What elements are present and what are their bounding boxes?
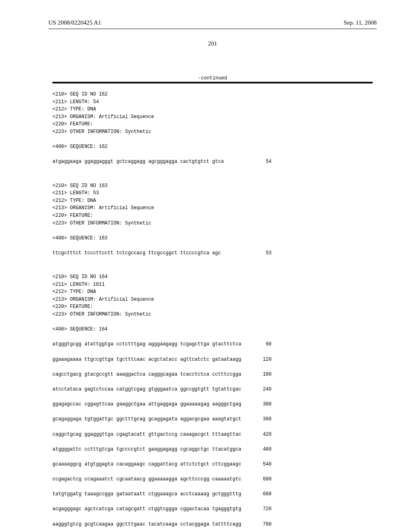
sequence-groups: acgagggagc agctcatcga catagcgatt ctggtcg… — [52, 505, 244, 513]
sequence-position: 54 — [251, 158, 271, 166]
sequence-line: gcagaggaga tgtggattgc ggctttgcag gcaggag… — [52, 416, 377, 423]
sequence-position: 720 — [251, 505, 271, 513]
sequence-position: 240 — [251, 386, 271, 393]
sequence-line: atcctataca gagtctccaa catggtcgag gtgggaa… — [52, 386, 377, 393]
sequence-position: 60 — [251, 341, 271, 348]
meta-line: <213> ORGANISM: Artificial Sequence — [52, 113, 377, 121]
sequence-position: 300 — [251, 401, 271, 408]
sequence-line: ttcgctttct tcccttcctt tctcgccacg ttcgccg… — [52, 249, 377, 257]
sequence-groups: tatgtggatg taaagccgga gataataatt ctggaaa… — [52, 490, 244, 498]
meta-line: <210> SEQ ID NO 162 — [52, 91, 377, 98]
meta-line: <212> TYPE: DNA — [52, 288, 377, 296]
meta-line: <223> OTHER INFORMATION: Synthetic — [52, 220, 377, 227]
sequence-line: acgagggagc agctcatcga catagcgatt ctggtcg… — [52, 505, 377, 513]
sequence-line: cagcctgacg gtacgccgtt aaaggactca cagggca… — [52, 371, 377, 378]
publication-number: US 2008/0220425 A1 — [48, 19, 101, 26]
meta-line: <220> FEATURE: — [52, 121, 377, 128]
sequence-entry: <210> SEQ ID NO 164<211> LENGTH: 1011<21… — [52, 273, 377, 532]
sequence-header: <400> SEQUENCE: 164 — [52, 326, 377, 333]
sequence-groups: atgggtgcgg atattggtga cctctttgag agggaag… — [52, 341, 244, 348]
continued-label: -continued — [48, 75, 377, 81]
meta-line: <223> OTHER INFORMATION: Synthetic — [52, 311, 377, 318]
meta-line: <210> SEQ ID NO 163 — [52, 182, 377, 190]
header-rule — [48, 29, 377, 29]
sequence-position: 120 — [251, 356, 271, 364]
sequence-groups: atggggattc cctttgtcga tgccccgtct gaaggag… — [52, 446, 244, 453]
meta-line: <223> OTHER INFORMATION: Synthetic — [52, 128, 377, 136]
sequence-position: 660 — [251, 490, 271, 498]
meta-line: <211> LENGTH: 53 — [52, 189, 377, 197]
meta-line: <211> LENGTH: 54 — [52, 98, 377, 106]
sequence-line: ggaaagaaaa ttgccgttga tgctttcaac acgctat… — [52, 356, 377, 364]
sequence-line: atgaggaaga ggaggagggt gctcaggagg agcggga… — [52, 158, 377, 166]
meta-line: <211> LENGTH: 1011 — [52, 281, 377, 289]
sequence-header: <400> SEQUENCE: 162 — [52, 143, 377, 151]
sequence-entry: <210> SEQ ID NO 163<211> LENGTH: 53<212>… — [52, 182, 377, 265]
publication-date: Sep. 11, 2008 — [344, 19, 377, 26]
sequence-listing: <210> SEQ ID NO 162<211> LENGTH: 54<212>… — [52, 91, 377, 532]
sequence-position: 600 — [251, 476, 271, 483]
page-number: 201 — [48, 40, 377, 47]
sequence-position: 780 — [251, 521, 271, 528]
sequence-groups: ttcgctttct tcccttcctt tctcgccacg ttcgccg… — [52, 249, 244, 257]
meta-line: <212> TYPE: DNA — [52, 106, 377, 113]
page-container: US 2008/0220425 A1 Sep. 11, 2008 201 -co… — [0, 0, 413, 532]
header-row: US 2008/0220425 A1 Sep. 11, 2008 — [48, 19, 377, 26]
sequence-header: <400> SEQUENCE: 163 — [52, 235, 377, 242]
meta-line: <220> FEATURE: — [52, 212, 377, 220]
sequence-groups: cagcctgacg gtacgccgtt aaaggactca cagggca… — [52, 371, 244, 378]
sequence-line: atggggattc cctttgtcga tgccccgtct gaaggag… — [52, 446, 377, 453]
sequence-groups: ccgagactcg ccagaaatct cgcaataacg ggaaaaa… — [52, 476, 244, 483]
meta-line: <212> TYPE: DNA — [52, 197, 377, 205]
sequence-position: 540 — [251, 461, 271, 468]
black-bar-top — [52, 82, 373, 83]
sequence-groups: atgaggaaga ggaggagggt gctcaggagg agcggga… — [52, 158, 244, 166]
sequence-entry: <210> SEQ ID NO 162<211> LENGTH: 54<212>… — [52, 91, 377, 173]
sequence-groups: atcctataca gagtctccaa catggtcgag gtgggaa… — [52, 386, 244, 393]
sequence-line: caggctgcag ggagggttga cgagtacatt gttgact… — [52, 431, 377, 438]
sequence-position: 360 — [251, 416, 271, 423]
sequence-line: tatgtggatg taaagccgga gataataatt ctggaaa… — [52, 490, 377, 498]
sequence-line: ggagagccac cggagttcaa gaaggctgaa attgagg… — [52, 401, 377, 408]
sequence-position: 420 — [251, 431, 271, 438]
sequence-line: atgggtgcgg atattggtga cctctttgag agggaag… — [52, 341, 377, 348]
meta-line: <213> ORGANISM: Artificial Sequence — [52, 204, 377, 212]
meta-line: <220> FEATURE: — [52, 303, 377, 311]
meta-line: <210> SEQ ID NO 164 — [52, 273, 377, 281]
meta-line: <213> ORGANISM: Artificial Sequence — [52, 296, 377, 303]
sequence-line: gcaaaaggcg atgtggagta cacaggaagc caggatt… — [52, 461, 377, 468]
sequence-position: 180 — [251, 371, 271, 378]
sequence-position: 480 — [251, 446, 271, 453]
sequence-groups: gcagaggaga tgtggattgc ggctttgcag gcaggag… — [52, 416, 244, 423]
sequence-line: ccgagactcg ccagaaatct cgcaataacg ggaaaaa… — [52, 476, 377, 483]
sequence-groups: aagggtgtcg gcgtcaagaa ggctttgaac tacatca… — [52, 521, 244, 528]
sequence-position: 53 — [251, 249, 271, 257]
sequence-groups: gcaaaaggcg atgtggagta cacaggaagc caggatt… — [52, 461, 244, 468]
sequence-groups: ggagagccac cggagttcaa gaaggctgaa attgagg… — [52, 401, 244, 408]
sequence-groups: caggctgcag ggagggttga cgagtacatt gttgact… — [52, 431, 244, 438]
sequence-groups: ggaaagaaaa ttgccgttga tgctttcaac acgctat… — [52, 356, 244, 364]
sequence-line: aagggtgtcg gcgtcaagaa ggctttgaac tacatca… — [52, 521, 377, 528]
